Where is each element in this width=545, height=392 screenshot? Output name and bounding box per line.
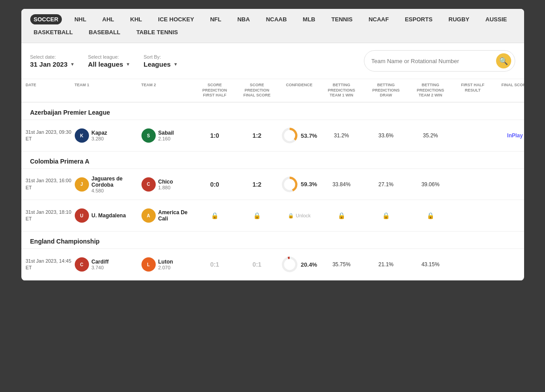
confidence-donut: [281, 256, 298, 273]
date-filter[interactable]: Select date: 31 Jan 2023 ▼: [30, 54, 75, 68]
nav-item-rugby[interactable]: RUGBY: [445, 14, 473, 24]
table-row: 31st Jan 2023, 16:00 ET J Jaguares de Co…: [21, 169, 524, 200]
main-container: SOCCER NHL AHL KHL ICE HOCKEY NFL NBA NC…: [21, 9, 524, 280]
col-bet-team1: BETTINGPREDICTIONSTEAM 1 WIN: [319, 83, 364, 98]
nav-item-nba[interactable]: NBA: [234, 14, 253, 24]
lock-icon: 🔒: [427, 212, 434, 219]
nav-item-ice-hockey[interactable]: ICE HOCKEY: [154, 14, 198, 24]
nav-item-nhl[interactable]: NHL: [71, 14, 90, 24]
date-value[interactable]: 31 Jan 2023 ▼: [30, 60, 75, 68]
table-header: DATE TEAM 1 TEAM 2 SCOREPREDICTIONFIRST …: [21, 79, 524, 103]
lock-icon: 🔒: [253, 212, 261, 219]
nav-item-ahl[interactable]: AHL: [99, 14, 118, 24]
bet-team2-locked: 🔒: [408, 212, 453, 219]
search-input[interactable]: [371, 58, 496, 64]
nav-item-aussie[interactable]: AUSSIE: [482, 14, 510, 24]
team2-cell: C Chico 1.880: [141, 177, 195, 192]
nav-item-ncaab[interactable]: NCAAB: [262, 14, 291, 24]
col-bet-team2: BETTINGPREDICTIONSTEAM 2 WIN: [408, 83, 453, 98]
score-final: 0:1: [235, 261, 279, 268]
bet-draw: 21.1%: [364, 261, 408, 268]
league-chevron-icon: ▼: [126, 62, 130, 67]
bet-team1: 35.75%: [319, 261, 364, 268]
lock-icon: 🔒: [211, 212, 218, 219]
sort-value[interactable]: Leagues ▼: [144, 60, 178, 68]
nav-item-khl[interactable]: KHL: [127, 14, 146, 24]
team1-name: Kapaz: [92, 130, 107, 136]
match-date: 31st Jan 2023, 14:45 ET: [26, 258, 75, 272]
team1-name: Cardiff: [92, 259, 109, 265]
search-bar[interactable]: 🔍: [364, 50, 515, 72]
col-date: DATE: [26, 83, 75, 98]
nav-item-esports[interactable]: ESPORTS: [401, 14, 436, 24]
table-row: 31st Jan 2023, 18:10 ET U U. Magdalena A…: [21, 200, 524, 231]
search-button[interactable]: 🔍: [496, 53, 511, 68]
unlock-button[interactable]: 🔒 Unlock: [288, 213, 311, 219]
nav-item-soccer[interactable]: SOCCER: [30, 14, 62, 24]
score-first: 0:1: [195, 261, 235, 268]
team2-cell: S Sabail 2.160: [141, 128, 195, 143]
col-first-result: FIRST HALFRESULT: [453, 83, 493, 98]
team1-logo: C: [75, 257, 89, 272]
final-score-result: InPlay: [493, 132, 524, 139]
nav-item-nfl[interactable]: NFL: [206, 14, 225, 24]
score-final: 1:2: [235, 132, 279, 139]
league-label: Select league:: [88, 54, 130, 60]
sort-chevron-icon: ▼: [174, 62, 178, 67]
nav-item-mlb[interactable]: MLB: [299, 14, 319, 24]
match-date: 31st Jan 2023, 09:30 ET: [26, 129, 75, 143]
col-score-final: SCOREPREDICTIONFINAL SCORE: [235, 83, 279, 98]
nav-item-table-tennis[interactable]: TABLE TENNIS: [133, 27, 182, 37]
team1-logo: U: [75, 208, 89, 223]
nav-item-ncaaf[interactable]: NCAAF: [365, 14, 392, 24]
col-bet-draw: BETTINGPREDICTIONSDRAW: [364, 83, 408, 98]
sort-filter[interactable]: Sort By: Leagues ▼: [144, 54, 178, 68]
bet-draw: 27.1%: [364, 181, 408, 188]
team1-name: U. Magdalena: [92, 212, 126, 219]
league-value[interactable]: All leagues ▼: [88, 60, 130, 68]
league-title-colombia: Colombia Primera A: [21, 152, 524, 169]
confidence-cell: 20.4%: [279, 256, 319, 273]
team2-cell: A America De Cali: [141, 208, 195, 223]
team2-name: America De Cali: [158, 209, 195, 222]
team2-odds: 2.160: [158, 136, 174, 141]
confidence-cell-locked[interactable]: 🔒 Unlock: [279, 213, 319, 219]
score-first: 1:0: [195, 132, 235, 139]
lock-icon: 🔒: [288, 213, 294, 219]
team2-odds: 2.070: [158, 265, 173, 270]
score-final-locked: 🔒: [235, 212, 279, 219]
team1-cell: U U. Magdalena: [75, 208, 141, 223]
score-first: 0:0: [195, 181, 235, 188]
bet-team1: 33.84%: [319, 181, 364, 188]
league-filter[interactable]: Select league: All leagues ▼: [88, 54, 130, 68]
league-section-azerbaijan: Azerbaijan Premier League 31st Jan 2023,…: [21, 103, 524, 152]
lock-icon: 🔒: [382, 212, 390, 219]
nav-bar: SOCCER NHL AHL KHL ICE HOCKEY NFL NBA NC…: [21, 9, 524, 43]
nav-item-baseball[interactable]: BASEBALL: [85, 27, 124, 37]
table-row: 31st Jan 2023, 09:30 ET K Kapaz 3.280 S …: [21, 120, 524, 151]
team2-odds: 1.880: [158, 185, 173, 190]
confidence-pct: 59.3%: [301, 181, 317, 188]
nav-item-tennis[interactable]: TENNIS: [328, 14, 356, 24]
team1-name: Jaguares de Cordoba: [92, 176, 141, 188]
team1-odds: 3.280: [92, 136, 107, 141]
team2-logo: S: [141, 128, 156, 143]
league-title-azerbaijan: Azerbaijan Premier League: [21, 103, 524, 120]
team2-cell: L Luton 2.070: [141, 257, 195, 272]
team1-cell: K Kapaz 3.280: [75, 128, 141, 143]
date-label: Select date:: [30, 54, 75, 60]
team2-logo: A: [141, 208, 156, 223]
col-score-first: SCOREPREDICTIONFIRST HALF: [195, 83, 235, 98]
confidence-pct: 53.7%: [301, 132, 317, 139]
team1-logo: K: [75, 128, 89, 143]
inplay-label: InPlay: [507, 132, 523, 139]
league-section-england: England Championship 31st Jan 2023, 14:4…: [21, 232, 524, 280]
nav-item-basketball[interactable]: BASKETBALL: [30, 27, 77, 37]
bet-team1: 31.2%: [319, 132, 364, 139]
bet-team2: 39.06%: [408, 181, 453, 188]
team1-cell: J Jaguares de Cordoba 4.580: [75, 176, 141, 193]
col-confidence: CONFIDENCE: [279, 83, 319, 98]
team2-logo: L: [141, 257, 156, 272]
score-first-locked: 🔒: [195, 212, 235, 219]
match-date: 31st Jan 2023, 16:00 ET: [26, 177, 75, 191]
